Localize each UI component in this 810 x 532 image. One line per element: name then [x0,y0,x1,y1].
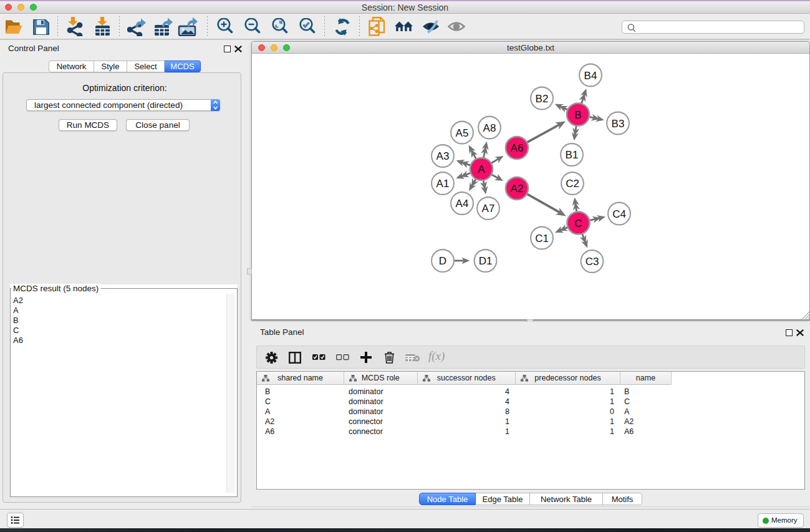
svg-text:B2: B2 [536,93,549,105]
svg-text:B1: B1 [566,149,579,161]
svg-text:C2: C2 [566,178,579,190]
svg-text:B: B [574,109,581,121]
svg-text:C3: C3 [586,256,599,268]
svg-text:C1: C1 [535,233,549,244]
svg-text:B4: B4 [584,70,597,82]
svg-text:A8: A8 [483,122,496,134]
svg-text:D1: D1 [479,255,493,267]
svg-text:A4: A4 [456,198,469,210]
svg-text:A5: A5 [456,127,469,139]
svg-text:A3: A3 [436,150,450,162]
svg-text:A2: A2 [511,183,524,195]
svg-text:D: D [439,255,446,267]
svg-text:A6: A6 [511,142,524,154]
svg-text:A1: A1 [436,178,450,190]
svg-text:A7: A7 [482,203,495,215]
svg-text:C: C [574,218,582,230]
svg-text:A: A [478,163,485,175]
svg-text:C4: C4 [612,208,626,220]
svg-text:B3: B3 [612,118,625,130]
